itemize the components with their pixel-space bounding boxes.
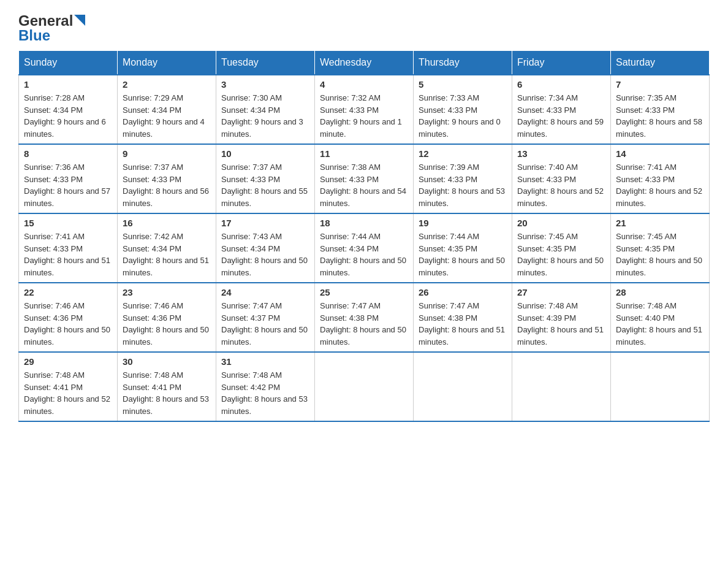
- day-info: Sunrise: 7:45 AMSunset: 4:35 PMDaylight:…: [616, 231, 704, 278]
- calendar-cell: 26 Sunrise: 7:47 AMSunset: 4:38 PMDaylig…: [414, 283, 512, 352]
- day-number: 12: [419, 148, 507, 159]
- day-number: 14: [616, 148, 704, 159]
- calendar-cell: 3 Sunrise: 7:30 AMSunset: 4:34 PMDayligh…: [216, 75, 315, 144]
- calendar-cell: 16 Sunrise: 7:42 AMSunset: 4:34 PMDaylig…: [118, 213, 216, 283]
- day-number: 17: [221, 218, 309, 228]
- calendar-cell: 30 Sunrise: 7:48 AMSunset: 4:41 PMDaylig…: [118, 352, 216, 421]
- calendar-cell: 29 Sunrise: 7:48 AMSunset: 4:41 PMDaylig…: [19, 352, 118, 421]
- calendar-header-saturday: Saturday: [611, 51, 710, 75]
- calendar-cell: 7 Sunrise: 7:35 AMSunset: 4:33 PMDayligh…: [611, 75, 710, 144]
- calendar-cell: 17 Sunrise: 7:43 AMSunset: 4:34 PMDaylig…: [216, 213, 315, 283]
- calendar-cell: 12 Sunrise: 7:39 AMSunset: 4:33 PMDaylig…: [414, 144, 512, 213]
- day-number: 31: [221, 356, 309, 367]
- day-number: 26: [419, 287, 507, 297]
- calendar-header-friday: Friday: [512, 51, 611, 75]
- calendar-cell: [512, 352, 611, 421]
- logo-arrow-icon: [74, 15, 85, 26]
- calendar-cell: 27 Sunrise: 7:48 AMSunset: 4:39 PMDaylig…: [512, 283, 611, 352]
- day-info: Sunrise: 7:48 AMSunset: 4:41 PMDaylight:…: [24, 369, 112, 417]
- day-info: Sunrise: 7:48 AMSunset: 4:42 PMDaylight:…: [221, 369, 309, 417]
- calendar-cell: 31 Sunrise: 7:48 AMSunset: 4:42 PMDaylig…: [216, 352, 315, 421]
- calendar-cell: 11 Sunrise: 7:38 AMSunset: 4:33 PMDaylig…: [315, 144, 414, 213]
- calendar-cell: 1 Sunrise: 7:28 AMSunset: 4:34 PMDayligh…: [19, 75, 118, 144]
- calendar-cell: 14 Sunrise: 7:41 AMSunset: 4:33 PMDaylig…: [611, 144, 710, 213]
- calendar-header-wednesday: Wednesday: [315, 51, 414, 75]
- day-number: 28: [616, 287, 704, 297]
- day-info: Sunrise: 7:44 AMSunset: 4:34 PMDaylight:…: [320, 231, 408, 278]
- day-number: 25: [320, 287, 408, 297]
- day-info: Sunrise: 7:36 AMSunset: 4:33 PMDaylight:…: [24, 161, 112, 209]
- logo-blue-text: Blue: [18, 27, 50, 44]
- day-number: 10: [221, 148, 309, 159]
- day-info: Sunrise: 7:30 AMSunset: 4:34 PMDaylight:…: [221, 92, 309, 140]
- calendar-cell: 6 Sunrise: 7:34 AMSunset: 4:33 PMDayligh…: [512, 75, 611, 144]
- calendar-cell: 5 Sunrise: 7:33 AMSunset: 4:33 PMDayligh…: [414, 75, 512, 144]
- day-number: 5: [419, 79, 507, 90]
- day-info: Sunrise: 7:47 AMSunset: 4:38 PMDaylight:…: [419, 300, 507, 348]
- calendar-cell: 10 Sunrise: 7:37 AMSunset: 4:33 PMDaylig…: [216, 144, 315, 213]
- day-info: Sunrise: 7:46 AMSunset: 4:36 PMDaylight:…: [123, 300, 211, 348]
- calendar-cell: 20 Sunrise: 7:45 AMSunset: 4:35 PMDaylig…: [512, 213, 611, 283]
- calendar-week-row: 29 Sunrise: 7:48 AMSunset: 4:41 PMDaylig…: [19, 352, 710, 421]
- day-info: Sunrise: 7:41 AMSunset: 4:33 PMDaylight:…: [616, 161, 704, 209]
- day-info: Sunrise: 7:32 AMSunset: 4:33 PMDaylight:…: [320, 92, 408, 140]
- day-info: Sunrise: 7:37 AMSunset: 4:33 PMDaylight:…: [221, 161, 309, 209]
- day-number: 24: [221, 287, 309, 297]
- calendar-week-row: 8 Sunrise: 7:36 AMSunset: 4:33 PMDayligh…: [19, 144, 710, 213]
- day-number: 2: [123, 79, 211, 90]
- day-number: 7: [616, 79, 704, 90]
- logo: General Blue: [18, 12, 85, 44]
- day-info: Sunrise: 7:48 AMSunset: 4:40 PMDaylight:…: [616, 300, 704, 348]
- day-info: Sunrise: 7:38 AMSunset: 4:33 PMDaylight:…: [320, 161, 408, 209]
- calendar-cell: [315, 352, 414, 421]
- calendar-cell: 4 Sunrise: 7:32 AMSunset: 4:33 PMDayligh…: [315, 75, 414, 144]
- day-info: Sunrise: 7:47 AMSunset: 4:38 PMDaylight:…: [320, 300, 408, 348]
- calendar-cell: 13 Sunrise: 7:40 AMSunset: 4:33 PMDaylig…: [512, 144, 611, 213]
- calendar-cell: 25 Sunrise: 7:47 AMSunset: 4:38 PMDaylig…: [315, 283, 414, 352]
- day-info: Sunrise: 7:28 AMSunset: 4:34 PMDaylight:…: [24, 92, 112, 140]
- day-number: 18: [320, 218, 408, 228]
- calendar-header-monday: Monday: [118, 51, 216, 75]
- day-info: Sunrise: 7:43 AMSunset: 4:34 PMDaylight:…: [221, 231, 309, 278]
- calendar-cell: 9 Sunrise: 7:37 AMSunset: 4:33 PMDayligh…: [118, 144, 216, 213]
- calendar-cell: [611, 352, 710, 421]
- calendar-week-row: 15 Sunrise: 7:41 AMSunset: 4:33 PMDaylig…: [19, 213, 710, 283]
- day-number: 9: [123, 148, 211, 159]
- day-number: 20: [517, 218, 605, 228]
- day-number: 1: [24, 79, 112, 90]
- day-info: Sunrise: 7:41 AMSunset: 4:33 PMDaylight:…: [24, 231, 112, 278]
- day-number: 8: [24, 148, 112, 159]
- calendar-cell: 22 Sunrise: 7:46 AMSunset: 4:36 PMDaylig…: [19, 283, 118, 352]
- calendar-cell: 23 Sunrise: 7:46 AMSunset: 4:36 PMDaylig…: [118, 283, 216, 352]
- day-number: 15: [24, 218, 112, 228]
- calendar-cell: 8 Sunrise: 7:36 AMSunset: 4:33 PMDayligh…: [19, 144, 118, 213]
- day-number: 21: [616, 218, 704, 228]
- day-info: Sunrise: 7:44 AMSunset: 4:35 PMDaylight:…: [419, 231, 507, 278]
- calendar-week-row: 22 Sunrise: 7:46 AMSunset: 4:36 PMDaylig…: [19, 283, 710, 352]
- page-header: General Blue: [18, 12, 710, 44]
- calendar-cell: 28 Sunrise: 7:48 AMSunset: 4:40 PMDaylig…: [611, 283, 710, 352]
- day-info: Sunrise: 7:33 AMSunset: 4:33 PMDaylight:…: [419, 92, 507, 140]
- day-number: 6: [517, 79, 605, 90]
- calendar-cell: 19 Sunrise: 7:44 AMSunset: 4:35 PMDaylig…: [414, 213, 512, 283]
- calendar-cell: 24 Sunrise: 7:47 AMSunset: 4:37 PMDaylig…: [216, 283, 315, 352]
- calendar-cell: [414, 352, 512, 421]
- calendar-header-sunday: Sunday: [19, 51, 118, 75]
- day-number: 22: [24, 287, 112, 297]
- day-number: 16: [123, 218, 211, 228]
- day-number: 27: [517, 287, 605, 297]
- day-info: Sunrise: 7:34 AMSunset: 4:33 PMDaylight:…: [517, 92, 605, 140]
- calendar-cell: 18 Sunrise: 7:44 AMSunset: 4:34 PMDaylig…: [315, 213, 414, 283]
- day-info: Sunrise: 7:40 AMSunset: 4:33 PMDaylight:…: [517, 161, 605, 209]
- day-info: Sunrise: 7:46 AMSunset: 4:36 PMDaylight:…: [24, 300, 112, 348]
- day-number: 4: [320, 79, 408, 90]
- day-info: Sunrise: 7:48 AMSunset: 4:41 PMDaylight:…: [123, 369, 211, 417]
- day-number: 11: [320, 148, 408, 159]
- day-info: Sunrise: 7:45 AMSunset: 4:35 PMDaylight:…: [517, 231, 605, 278]
- day-info: Sunrise: 7:35 AMSunset: 4:33 PMDaylight:…: [616, 92, 704, 140]
- day-number: 29: [24, 356, 112, 367]
- calendar-cell: 21 Sunrise: 7:45 AMSunset: 4:35 PMDaylig…: [611, 213, 710, 283]
- svg-marker-0: [74, 15, 85, 26]
- day-info: Sunrise: 7:47 AMSunset: 4:37 PMDaylight:…: [221, 300, 309, 348]
- calendar-header-tuesday: Tuesday: [216, 51, 315, 75]
